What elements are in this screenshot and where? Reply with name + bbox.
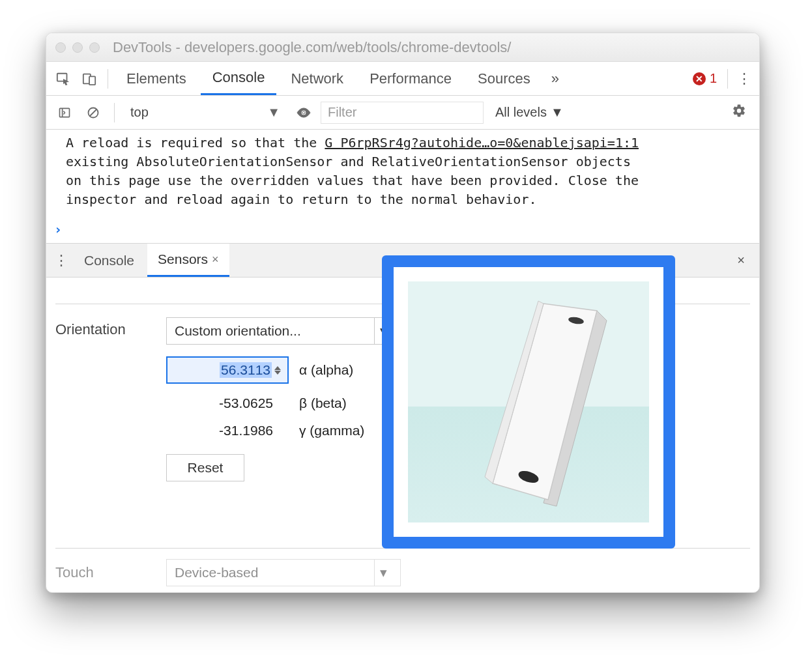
drawer-tab-label: Sensors bbox=[158, 251, 208, 267]
error-count: 1 bbox=[710, 71, 717, 86]
close-dot[interactable] bbox=[55, 42, 66, 53]
orientation-3d-model[interactable] bbox=[408, 281, 649, 522]
drawer-close-icon[interactable]: × bbox=[737, 253, 754, 268]
drawer-menu-icon[interactable]: ⋮ bbox=[51, 252, 71, 269]
tab-network[interactable]: Network bbox=[279, 62, 355, 95]
tab-sources[interactable]: Sources bbox=[466, 62, 542, 95]
touch-row: Touch Device-based ▾ bbox=[55, 559, 750, 586]
context-value: top bbox=[130, 105, 149, 120]
context-selector[interactable]: top ▼ bbox=[124, 101, 287, 124]
alpha-input[interactable]: 56.3113 bbox=[166, 356, 289, 384]
main-menu-icon[interactable]: ⋮ bbox=[734, 70, 754, 87]
console-filter-input[interactable]: Filter bbox=[321, 102, 484, 124]
gamma-value[interactable]: -31.1986 bbox=[166, 423, 289, 438]
orientation-3d-highlight bbox=[382, 255, 675, 549]
separator bbox=[727, 69, 728, 89]
beta-value[interactable]: -53.0625 bbox=[166, 395, 289, 411]
log-levels-selector[interactable]: All levels ▼ bbox=[489, 105, 570, 120]
close-tab-icon[interactable]: × bbox=[212, 253, 219, 266]
beta-label: β (beta) bbox=[299, 395, 347, 411]
touch-label: Touch bbox=[55, 564, 153, 581]
error-badge[interactable]: ✕ 1 bbox=[689, 71, 721, 86]
window-controls[interactable] bbox=[55, 42, 100, 53]
filter-placeholder: Filter bbox=[328, 105, 356, 120]
console-output: A reload is required so that the G P6rpR… bbox=[46, 130, 759, 244]
gamma-label: γ (gamma) bbox=[299, 423, 364, 438]
svg-rect-2 bbox=[89, 76, 95, 85]
clear-console-icon[interactable] bbox=[81, 101, 105, 124]
tab-performance[interactable]: Performance bbox=[358, 62, 463, 95]
alpha-label: α (alpha) bbox=[299, 362, 353, 378]
stepper-icon[interactable] bbox=[274, 360, 285, 380]
live-expression-icon[interactable] bbox=[292, 101, 315, 124]
message-source-link[interactable]: G P6rpRSr4g?autohide…o=0&enablejsapi=1:1 bbox=[325, 135, 639, 150]
separator bbox=[108, 69, 108, 89]
tab-elements[interactable]: Elements bbox=[115, 62, 198, 95]
orientation-label: Orientation bbox=[55, 317, 153, 338]
tabs-overflow[interactable]: » bbox=[545, 70, 566, 87]
reset-button[interactable]: Reset bbox=[166, 454, 244, 481]
drawer-tab-sensors[interactable]: Sensors × bbox=[147, 244, 229, 277]
console-sidebar-toggle-icon[interactable] bbox=[53, 101, 76, 124]
chevron-down-icon: ▾ bbox=[374, 560, 392, 586]
alpha-value: 56.3113 bbox=[220, 362, 272, 378]
console-prompt[interactable]: › bbox=[54, 220, 62, 239]
svg-point-5 bbox=[302, 111, 305, 114]
tab-console[interactable]: Console bbox=[201, 62, 277, 95]
error-icon: ✕ bbox=[693, 72, 706, 85]
levels-label: All levels bbox=[495, 105, 547, 120]
chevron-down-icon: ▼ bbox=[551, 105, 564, 120]
console-settings-icon[interactable] bbox=[732, 104, 753, 121]
window-titlebar: DevTools - developers.google.com/web/too… bbox=[46, 33, 759, 62]
console-toolbar: top ▼ Filter All levels ▼ bbox=[46, 96, 759, 130]
phone-3d-icon bbox=[408, 281, 649, 522]
device-toolbar-icon[interactable] bbox=[78, 67, 101, 91]
orientation-select-value: Custom orientation... bbox=[175, 323, 301, 339]
touch-select-value: Device-based bbox=[175, 565, 258, 580]
minimize-dot[interactable] bbox=[72, 42, 83, 53]
separator bbox=[114, 103, 115, 122]
touch-select[interactable]: Device-based ▾ bbox=[166, 559, 401, 586]
orientation-select[interactable]: Custom orientation... ▾ bbox=[166, 317, 401, 345]
drawer-tab-console[interactable]: Console bbox=[74, 244, 145, 277]
console-message: A reload is required so that the G P6rpR… bbox=[66, 134, 750, 209]
zoom-dot[interactable] bbox=[89, 42, 100, 53]
chevron-down-icon: ▼ bbox=[267, 105, 280, 120]
main-tabbar: Elements Console Network Performance Sou… bbox=[46, 62, 759, 96]
window-title: DevTools - developers.google.com/web/too… bbox=[113, 39, 750, 56]
inspect-element-icon[interactable] bbox=[51, 67, 75, 91]
